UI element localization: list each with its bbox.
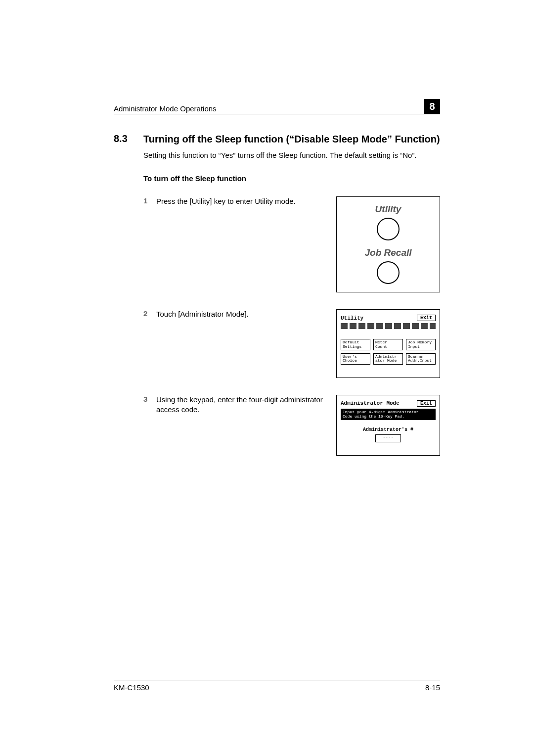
page-footer: KM-C1530 8-15 [114,680,440,692]
figure-utility-keys: Utility Job Recall [336,196,440,292]
chapter-number-box: 8 [424,99,440,114]
admin-code-label: Administrator's # [341,427,436,432]
screen-message: Input your 4-digit Administrator Code us… [341,409,436,421]
utility-key-label: Utility [342,204,435,215]
exit-button[interactable]: Exit [417,315,436,321]
footer-model: KM-C1530 [114,683,149,692]
meter-count-button[interactable]: Meter Count [373,339,403,350]
screen-title: Administrator Mode [341,400,400,406]
header-title: Administrator Mode Operations [114,104,217,113]
exit-button[interactable]: Exit [417,400,436,407]
jobrecall-key-label: Job Recall [342,247,435,258]
step-text: Touch [Administrator Mode]. [156,309,336,319]
step-3: 3 Using the keypad, enter the four-digit… [143,395,440,456]
step-text: Using the keypad, enter the four-digit a… [156,395,336,415]
step-text: Press the [Utility] key to enter Utility… [156,196,336,206]
figure-utility-screen: Utility Exit Default Settings Meter Coun… [336,309,440,378]
default-settings-button[interactable]: Default Settings [341,339,370,350]
users-choice-button[interactable]: User's Choice [341,353,370,365]
section-heading: 8.3 Turning off the Sleep function (“Dis… [114,133,440,145]
screen-title: Utility [341,315,363,321]
step-number: 1 [143,196,156,205]
jobrecall-key-icon [377,261,400,284]
scanner-addr-input-button[interactable]: Scanner Addr.Input [406,353,436,365]
admin-code-input[interactable]: ---- [375,434,401,442]
step-number: 3 [143,395,156,403]
section-number: 8.3 [114,133,143,145]
step-1: 1 Press the [Utility] key to enter Utili… [143,196,440,292]
step-number: 2 [143,309,156,318]
step-2: 2 Touch [Administrator Mode]. Utility Ex… [143,309,440,378]
page-header: Administrator Mode Operations 8 [114,99,440,114]
procedure-subhead: To turn off the Sleep function [143,174,440,183]
screen-tab-band [341,323,436,329]
section-title: Turning off the Sleep function (“Disable… [143,133,440,145]
section-intro: Setting this function to “Yes” turns off… [143,150,440,160]
administrator-mode-button[interactable]: Administr- ator Mode [373,353,403,365]
job-memory-input-button[interactable]: Job Memory Input [406,339,436,350]
footer-page: 8-15 [425,683,440,692]
manual-page: Administrator Mode Operations 8 8.3 Turn… [0,0,534,756]
utility-key-icon [377,218,400,240]
figure-admin-code-screen: Administrator Mode Exit Input your 4-dig… [336,395,440,456]
